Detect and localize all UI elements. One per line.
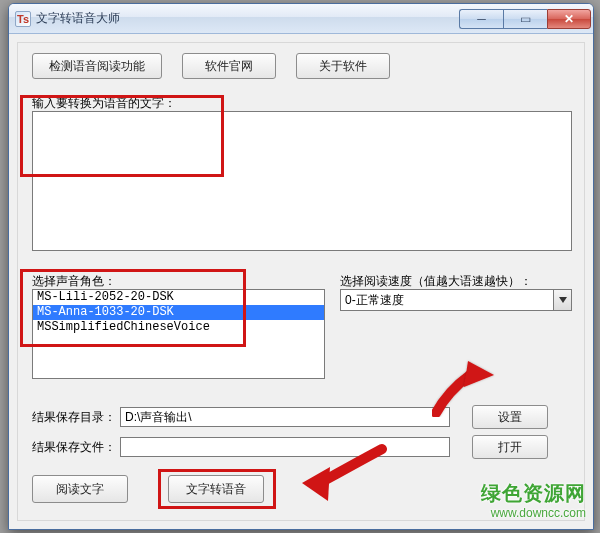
- main-frame: 检测语音阅读功能 软件官网 关于软件 输入要转换为语音的文字： 选择声音角色： …: [17, 42, 585, 521]
- bottom-toolbar: 阅读文字 文字转语音: [32, 475, 264, 503]
- window-title: 文字转语音大师: [36, 10, 120, 27]
- svg-marker-1: [464, 361, 494, 387]
- maximize-icon: ▭: [520, 13, 531, 25]
- official-site-button[interactable]: 软件官网: [182, 53, 276, 79]
- speed-combobox[interactable]: 0-正常速度: [340, 289, 572, 311]
- close-icon: ✕: [564, 13, 574, 25]
- read-text-button[interactable]: 阅读文字: [32, 475, 128, 503]
- client-area: 检测语音阅读功能 软件官网 关于软件 输入要转换为语音的文字： 选择声音角色： …: [9, 34, 593, 529]
- list-item[interactable]: MS-Lili-2052-20-DSK: [33, 290, 324, 305]
- about-button[interactable]: 关于软件: [296, 53, 390, 79]
- voice-select-label: 选择声音角色：: [32, 273, 116, 290]
- output-file-input[interactable]: [120, 437, 450, 457]
- titlebar[interactable]: Ts 文字转语音大师 ─ ▭ ✕: [9, 4, 593, 34]
- open-button[interactable]: 打开: [472, 435, 548, 459]
- minimize-button[interactable]: ─: [459, 9, 503, 29]
- detect-voice-button[interactable]: 检测语音阅读功能: [32, 53, 162, 79]
- output-dir-label: 结果保存目录：: [32, 409, 120, 426]
- chevron-down-icon[interactable]: [554, 289, 572, 311]
- voice-listbox[interactable]: MS-Lili-2052-20-DSK MS-Anna-1033-20-DSK …: [32, 289, 325, 379]
- window-controls: ─ ▭ ✕: [459, 9, 593, 29]
- input-textarea[interactable]: [33, 112, 571, 250]
- minimize-icon: ─: [477, 13, 486, 25]
- list-item[interactable]: MS-Anna-1033-20-DSK: [33, 305, 324, 320]
- list-item[interactable]: MSSimplifiedChineseVoice: [33, 320, 324, 335]
- input-textarea-wrap: [32, 111, 572, 251]
- top-toolbar: 检测语音阅读功能 软件官网 关于软件: [32, 53, 390, 79]
- settings-button[interactable]: 设置: [472, 405, 548, 429]
- svg-marker-2: [302, 467, 330, 501]
- svg-marker-0: [559, 297, 567, 303]
- maximize-button[interactable]: ▭: [503, 9, 547, 29]
- speed-value: 0-正常速度: [340, 289, 554, 311]
- output-dir-input[interactable]: D:\声音输出\: [120, 407, 450, 427]
- output-dir-row: 结果保存目录： D:\声音输出\ 设置: [32, 405, 548, 429]
- app-window: Ts 文字转语音大师 ─ ▭ ✕ 检测语音阅读功能 软件官网 关于软件 输入要转…: [8, 3, 594, 530]
- convert-button[interactable]: 文字转语音: [168, 475, 264, 503]
- close-button[interactable]: ✕: [547, 9, 591, 29]
- output-file-label: 结果保存文件：: [32, 439, 120, 456]
- speed-select-label: 选择阅读速度（值越大语速越快）：: [340, 273, 532, 290]
- input-text-label: 输入要转换为语音的文字：: [32, 95, 176, 112]
- output-file-row: 结果保存文件： 打开: [32, 435, 548, 459]
- app-icon: Ts: [15, 11, 31, 27]
